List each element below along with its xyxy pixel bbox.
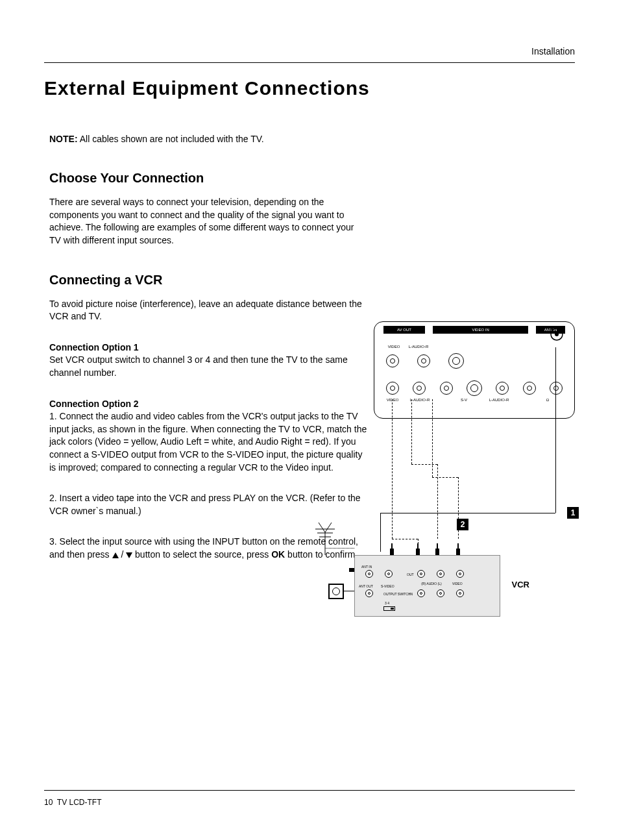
- page-title: External Equipment Connections: [44, 75, 575, 102]
- vcr-antin-jack: [365, 570, 373, 578]
- in2-audio-r-jack: [523, 382, 536, 395]
- antenna-icon: [312, 523, 338, 555]
- in-video-jack: [386, 382, 399, 395]
- vcr-out-lbl: OUT: [407, 573, 414, 577]
- lbl-laudior-bot: L-AUDIO-R: [407, 397, 433, 402]
- tv-back-panel: AV OUT VIDEO IN ANT IN VIDEO L-AUDIO-R V…: [374, 321, 575, 419]
- plug-audio-l: [434, 542, 441, 556]
- vcr-in-r: [417, 589, 425, 597]
- cable-ant: [555, 347, 556, 513]
- cable-video: [392, 399, 393, 539]
- note-line: NOTE: All cables shown are not included …: [49, 133, 575, 146]
- step3-text-b: button to select the source, press: [132, 549, 271, 560]
- jack-row-bottom: [386, 380, 563, 396]
- port-label-bar: AV OUT VIDEO IN ANT IN: [383, 326, 565, 334]
- header-section-label: Installation: [44, 45, 575, 58]
- vcr-antin-lbl: ANT IN: [361, 565, 372, 569]
- lbl-sv: S-V: [451, 397, 477, 402]
- vcr-vid-lbl: VIDEO: [452, 582, 463, 586]
- cable-audio-r: [432, 399, 433, 477]
- wall-plate-icon: [328, 584, 344, 599]
- page-footer: 10 TV LCD-TFT: [44, 790, 575, 809]
- vcr-out-v: [456, 570, 464, 578]
- plug-video: [455, 542, 461, 556]
- lbl-video-bot: VIDEO: [380, 397, 406, 402]
- footer-rule: [44, 790, 575, 791]
- cable-h1: [411, 464, 437, 465]
- footer-model: TV LCD-TFT: [57, 798, 102, 807]
- opt2-step2: 2. Insert a video tape into the VCR and …: [49, 492, 367, 517]
- plug-audio-r: [415, 542, 421, 556]
- antenna-cable: [325, 548, 354, 549]
- vcr-antout-lbl: ANT OUT: [359, 584, 373, 589]
- plug-svideo: [389, 542, 395, 556]
- note-label: NOTE:: [49, 134, 78, 144]
- choose-heading: Choose Your Connection: [49, 169, 575, 187]
- note-text: All cables shown are not included with t…: [78, 134, 264, 144]
- cable-audio-l: [411, 399, 412, 464]
- vcr-raudiol-lbl: (R) AUDIO (L): [417, 582, 446, 586]
- cable-v1: [437, 464, 438, 539]
- jack-row-top: [386, 353, 464, 369]
- vcr-label: VCR: [512, 579, 529, 591]
- header-rule: [44, 62, 575, 63]
- vcr-out-r: [417, 570, 425, 578]
- av-out-audio-r-jack: [448, 353, 464, 369]
- lbl-laudior-top: L-AUDIO-R: [406, 344, 431, 349]
- connection-diagram: AV OUT VIDEO IN ANT IN VIDEO L-AUDIO-R V…: [354, 321, 575, 620]
- vcr-in-lbl: IN: [409, 592, 413, 597]
- av-out-video-jack: [386, 354, 399, 367]
- vcr-switch34: 3 4: [385, 601, 389, 606]
- av-out-audio-l-jack: [417, 354, 430, 367]
- lbl-headphone: Ω: [543, 397, 552, 402]
- vcr-svideo-lbl: S-VIDEO: [381, 584, 394, 589]
- in-audio-r-jack: [440, 382, 453, 395]
- in-audio-l-jack: [413, 382, 426, 395]
- step3-ok: OK: [271, 549, 285, 560]
- in2-audio-l-jack: [496, 382, 509, 395]
- footer-text: 10 TV LCD-TFT: [44, 798, 101, 807]
- port-videoin-label: VIDEO IN: [433, 326, 528, 334]
- lbl-video-top: VIDEO: [381, 344, 407, 349]
- vcr-output-switch: [383, 606, 395, 611]
- svg-rect-2: [349, 568, 354, 572]
- cable-h2: [432, 477, 458, 478]
- cable-ant-v: [380, 513, 381, 552]
- vcr-heading: Connecting a VCR: [49, 271, 575, 289]
- marker-1: 1: [567, 507, 579, 519]
- ant-in-icon: [548, 326, 565, 343]
- lbl-laudior-bot2: L-AUDIO-R: [486, 397, 512, 402]
- vcr-box: ANT IN ANT OUT S-VIDEO OUTPUT SWITCH 3 4…: [354, 555, 500, 617]
- choose-body: There are several ways to connect your t…: [49, 196, 367, 247]
- in-svideo-jack: [467, 380, 482, 396]
- cable-ant-h: [380, 513, 555, 513]
- cable-v2: [458, 477, 459, 539]
- vcr-switch-lbl: OUTPUT SWITCH: [383, 592, 411, 597]
- vcr-intro: To avoid picture noise (interference), l…: [49, 298, 367, 323]
- vcr-in-l: [437, 589, 444, 597]
- port-avout-label: AV OUT: [383, 326, 425, 334]
- vcr-antout-jack: [365, 589, 373, 597]
- opt2-step1: 1. Connect the audio and video cables fr…: [49, 410, 367, 474]
- up-arrow-icon: [112, 552, 119, 558]
- vcr-out-l: [437, 570, 444, 578]
- vcr-svideo-jack: [385, 570, 393, 578]
- svg-point-1: [555, 332, 559, 336]
- opt1-body: Set VCR output switch to channel 3 or 4 …: [49, 354, 367, 379]
- page-number: 10: [44, 798, 53, 807]
- cable-h3: [392, 539, 418, 539]
- vcr-in-v: [456, 589, 464, 597]
- down-arrow-icon: [126, 552, 132, 558]
